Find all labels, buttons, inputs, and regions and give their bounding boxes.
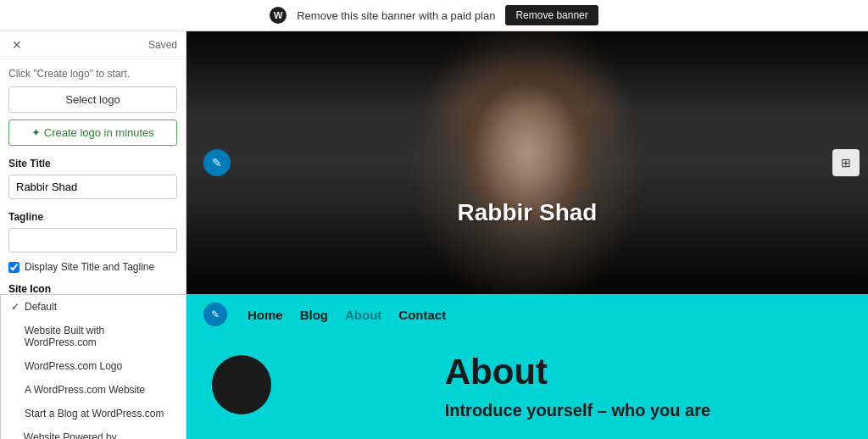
dropdown-item-label: A WordPress.com Website — [25, 384, 145, 396]
dropdown-item-label: Website Built with WordPress.com — [25, 325, 175, 348]
select-logo-button[interactable]: Select logo — [8, 86, 177, 113]
dropdown-item-label: Website Powered by WordPress.com — [24, 431, 175, 439]
nav-link-about[interactable]: About — [345, 308, 381, 322]
site-title-input[interactable] — [8, 175, 177, 199]
nav-pencil-icon: ✎ — [211, 308, 220, 320]
preview-area: Rabbir Shad ✎ ⊞ ✎ Home Blog About Contac… — [186, 31, 868, 439]
banner-message: Remove this site banner with a paid plan — [297, 9, 495, 22]
dropdown-item-label: WordPress.com Logo — [25, 360, 122, 372]
hero-name: Rabbir Shad — [458, 199, 598, 226]
dropdown-item-5[interactable]: Website Powered by WordPress.com — [1, 425, 186, 439]
hero-background — [186, 31, 868, 294]
check-icon: ✓ — [11, 301, 21, 313]
tagline-label: Tagline — [8, 211, 177, 223]
page-title: About — [445, 352, 843, 392]
content-section: About Introduce yourself – who you are — [186, 335, 868, 439]
close-button[interactable]: ✕ — [8, 36, 25, 53]
avatar-circle — [212, 355, 271, 414]
main-layout: ✕ Saved Click "Create logo" to start. Se… — [0, 31, 868, 439]
dropdown-item-2[interactable]: WordPress.com Logo — [1, 354, 186, 378]
intro-text: Introduce yourself – who you are — [445, 401, 843, 420]
remove-banner-button[interactable]: Remove banner — [505, 5, 598, 25]
dropdown-item-4[interactable]: Start a Blog at WordPress.com — [1, 402, 186, 425]
site-icon-dropdown: ✓ Default Website Built with WordPress.c… — [0, 294, 186, 439]
display-title-checkbox[interactable] — [8, 262, 19, 273]
dropdown-item-1[interactable]: Website Built with WordPress.com — [1, 319, 186, 354]
image-icon: ⊞ — [841, 156, 851, 169]
tagline-input[interactable] — [8, 228, 177, 253]
nav-link-blog[interactable]: Blog — [300, 308, 328, 322]
content-left — [212, 352, 411, 422]
sidebar-header: ✕ Saved — [0, 31, 186, 59]
dropdown-item-label: Default — [25, 301, 57, 313]
hero-portrait — [186, 31, 868, 294]
hint-text: Click "Create logo" to start. — [8, 68, 177, 80]
nav-edit-button[interactable]: ✎ — [203, 303, 227, 326]
hero-edit-pencil-button[interactable]: ✎ — [203, 149, 231, 176]
top-banner: W Remove this site banner with a paid pl… — [0, 0, 868, 31]
site-icon-heading: Site Icon — [8, 283, 177, 295]
dropdown-item-label: Start a Blog at WordPress.com — [25, 408, 164, 420]
display-title-label: Display Site Title and Tagline — [25, 261, 154, 273]
nav-links: Home Blog About Contact — [248, 308, 446, 322]
display-title-checkbox-row: Display Site Title and Tagline — [8, 261, 177, 273]
hero-image-button[interactable]: ⊞ — [832, 149, 860, 176]
hero-section: Rabbir Shad ✎ ⊞ — [186, 31, 868, 294]
nav-section: ✎ Home Blog About Contact — [186, 294, 868, 335]
site-title-label: Site Title — [8, 158, 177, 169]
nav-link-contact[interactable]: Contact — [398, 308, 446, 322]
wp-logo-icon: W — [270, 7, 287, 24]
sidebar: ✕ Saved Click "Create logo" to start. Se… — [0, 31, 186, 439]
dropdown-item-3[interactable]: A WordPress.com Website — [1, 378, 186, 402]
saved-label: Saved — [148, 39, 177, 51]
dropdown-item-default[interactable]: ✓ Default — [1, 295, 186, 319]
pencil-icon: ✎ — [212, 156, 222, 169]
create-logo-button[interactable]: ✦ Create logo in minutes — [8, 119, 177, 146]
nav-link-home[interactable]: Home — [248, 308, 283, 322]
